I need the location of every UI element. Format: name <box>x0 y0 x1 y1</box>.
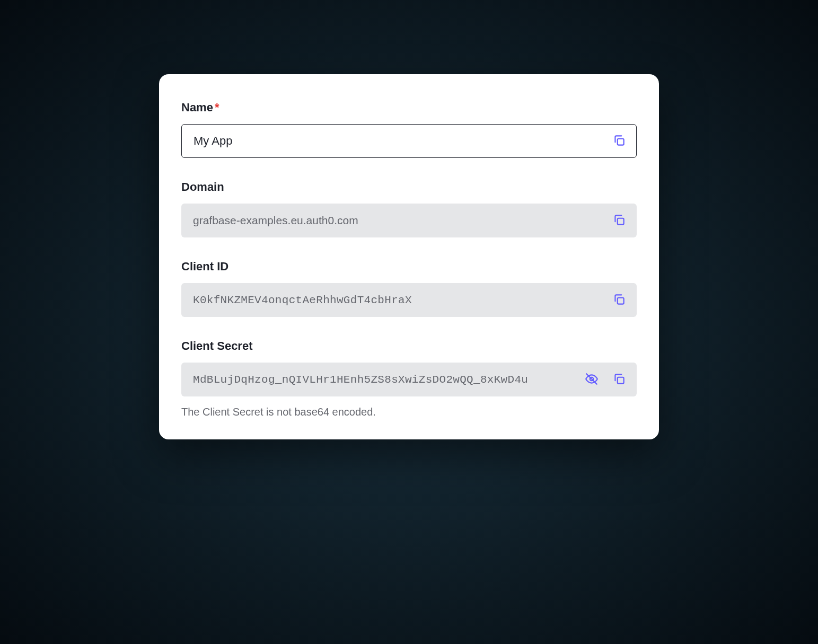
copy-icon <box>612 372 626 387</box>
copy-client-secret-button[interactable] <box>611 372 627 387</box>
client-id-value: K0kfNKZMEV4onqctAeRhhwGdT4cbHraX <box>181 283 637 317</box>
client-id-input-row: K0kfNKZMEV4onqctAeRhhwGdT4cbHraX <box>181 283 637 317</box>
client-secret-label: Client Secret <box>181 339 637 353</box>
svg-rect-1 <box>618 218 624 224</box>
eye-off-icon <box>585 372 599 387</box>
client-secret-field-group: Client Secret MdBLujDqHzog_nQIVLHr1HEnh5… <box>181 339 637 418</box>
client-id-label: Client ID <box>181 260 637 274</box>
domain-value: grafbase-examples.eu.auth0.com <box>181 204 637 237</box>
copy-client-id-button[interactable] <box>611 292 627 308</box>
copy-icon <box>612 213 626 228</box>
client-id-field-group: Client ID K0kfNKZMEV4onqctAeRhhwGdT4cbHr… <box>181 260 637 317</box>
client-secret-input-row: MdBLujDqHzog_nQIVLHr1HEnh5ZS8sXwiZsDO2wQ… <box>181 363 637 396</box>
copy-icon <box>612 293 626 308</box>
copy-icon <box>612 134 626 149</box>
copy-name-button[interactable] <box>611 133 627 149</box>
name-label: Name* <box>181 101 637 114</box>
required-asterisk: * <box>215 101 219 114</box>
toggle-secret-visibility-button[interactable] <box>584 372 600 387</box>
domain-input-row: grafbase-examples.eu.auth0.com <box>181 204 637 237</box>
svg-rect-0 <box>618 138 624 145</box>
svg-rect-2 <box>618 297 624 304</box>
name-label-text: Name <box>181 101 213 114</box>
client-secret-value: MdBLujDqHzog_nQIVLHr1HEnh5ZS8sXwiZsDO2wQ… <box>181 363 637 396</box>
copy-domain-button[interactable] <box>611 213 627 228</box>
svg-rect-5 <box>618 377 624 383</box>
domain-field-group: Domain grafbase-examples.eu.auth0.com <box>181 180 637 237</box>
domain-label: Domain <box>181 180 637 194</box>
name-field-group: Name* <box>181 101 637 158</box>
name-input-row <box>181 124 637 158</box>
name-input[interactable] <box>181 124 637 158</box>
client-secret-helper-text: The Client Secret is not base64 encoded. <box>181 406 637 418</box>
settings-card: Name* Domain grafbase-examples.eu.auth0.… <box>159 74 659 439</box>
